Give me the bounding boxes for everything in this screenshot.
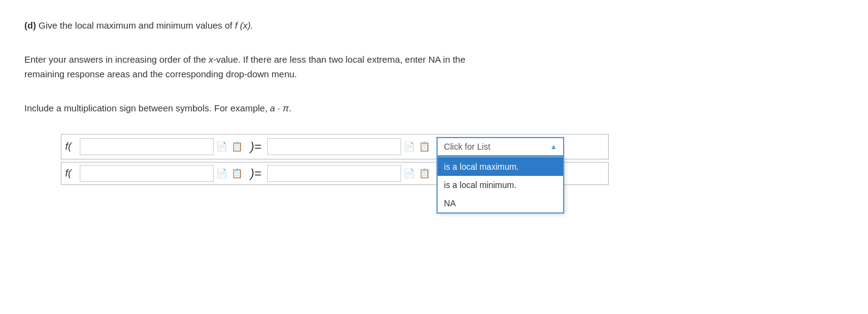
function-notation: f (x). xyxy=(235,20,253,30)
doc5-icon: 📄 xyxy=(216,168,228,179)
doc6-icon: 📋 xyxy=(231,168,243,179)
row1-icon3-btn[interactable]: 📄 xyxy=(402,141,416,153)
input-row-1: f( 📄 📋 )= 📄 📋 Click for List ▲ is a loca… xyxy=(61,134,609,159)
example-text: Include a multiplication sign between sy… xyxy=(24,103,292,113)
doc2-icon: 📋 xyxy=(231,141,243,152)
dropdown-item-local-max[interactable]: is a local maximum. xyxy=(438,158,563,176)
f-label-2: f( xyxy=(65,167,77,180)
row2-icon2-btn[interactable]: 📋 xyxy=(230,167,244,180)
row1-dropdown-label: Click for List xyxy=(444,142,490,152)
row1-icon4-btn[interactable]: 📋 xyxy=(418,141,432,153)
example-line: Include a multiplication sign between sy… xyxy=(24,101,844,116)
row1-caret-icon: ▲ xyxy=(550,142,557,151)
row1-input1[interactable] xyxy=(80,138,214,155)
row2-icon3-btn[interactable]: 📄 xyxy=(402,167,416,180)
f-label-1: f( xyxy=(65,141,77,153)
doc1-icon: 📄 xyxy=(216,141,228,152)
doc4-icon: 📋 xyxy=(419,141,430,152)
dropdown-item-na[interactable]: NA xyxy=(438,194,563,212)
row1-dropdown-menu: is a local maximum. is a local minimum. … xyxy=(436,156,564,214)
doc8-icon: 📋 xyxy=(419,168,430,179)
dropdown-item-local-min[interactable]: is a local minimum. xyxy=(438,176,563,194)
row2-input1[interactable] xyxy=(80,165,214,182)
part-label: (d) xyxy=(24,20,36,30)
row1-equals: )= xyxy=(250,140,261,154)
instruction-text-1: Enter your answers in increasing order o… xyxy=(24,54,466,65)
row1-input2[interactable] xyxy=(267,138,401,155)
row2-icon1-btn[interactable]: 📄 xyxy=(215,167,229,180)
instruction-block: Enter your answers in increasing order o… xyxy=(24,52,844,82)
row1-icon1-btn[interactable]: 📄 xyxy=(215,141,229,153)
row2-icon4-btn[interactable]: 📋 xyxy=(418,167,432,180)
part-text: Give the local maximum and minimum value… xyxy=(38,20,235,30)
question-part-d: (d) Give the local maximum and minimum v… xyxy=(24,18,844,33)
row2-input2[interactable] xyxy=(267,165,401,182)
instruction-text-2: remaining response areas and the corresp… xyxy=(24,69,297,79)
doc7-icon: 📄 xyxy=(404,168,415,179)
row1-dropdown-wrapper: Click for List ▲ is a local maximum. is … xyxy=(436,137,564,156)
doc3-icon: 📄 xyxy=(404,141,415,152)
row1-icon2-btn[interactable]: 📋 xyxy=(230,141,244,153)
input-section: f( 📄 📋 )= 📄 📋 Click for List ▲ is a loca… xyxy=(61,134,844,185)
row2-equals: )= xyxy=(250,167,261,181)
row1-dropdown-btn[interactable]: Click for List ▲ xyxy=(436,137,564,156)
